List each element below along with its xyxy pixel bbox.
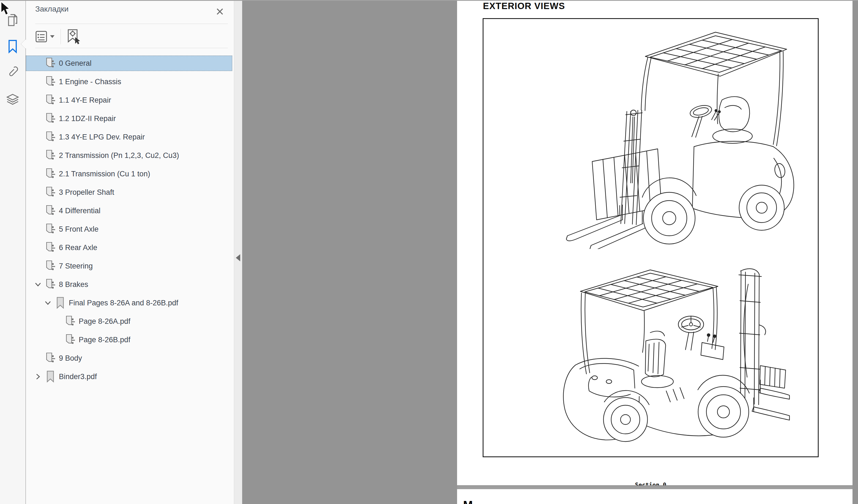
window-top-edge [0, 0, 858, 1]
bookmark-chevron-spacer [32, 148, 44, 163]
bookmark-label: 6 Rear Axle [59, 243, 97, 252]
bookmark-row[interactable]: 2.1 Transmission (Cu 1 ton) [26, 166, 232, 182]
collapse-panel-arrow-icon[interactable] [236, 254, 240, 261]
bookmark-chevron-spacer [52, 314, 63, 329]
bookmark-row[interactable]: Page 8-26B.pdf [26, 332, 232, 347]
bookmark-label: 0 General [59, 59, 92, 68]
page-bookmark-icon-slot [45, 94, 55, 107]
bookmark-label: 8 Brakes [59, 280, 88, 289]
bookmarks-panel-button[interactable] [0, 37, 25, 56]
bookmark-row[interactable]: 7 Steering [26, 258, 232, 274]
bookmark-label: 1.1 4Y-E Repair [59, 96, 111, 104]
page-bookmark-icon-slot [45, 167, 55, 180]
page-bookmark-icon-slot [65, 333, 75, 346]
page-bookmark-icon [45, 278, 55, 291]
bookmark-row[interactable]: Final Pages 8-26A and 8-26B.pdf [26, 295, 232, 311]
page-bookmark-icon-slot [45, 130, 55, 144]
page-bookmark-icon-slot [65, 315, 75, 328]
bookmark-chevron-spacer [32, 74, 44, 90]
page-bookmark-icon-slot [45, 278, 55, 291]
page-bookmark-icon [45, 112, 55, 125]
bookmark-list: 0 General1 Engine - Chassis1.1 4Y-E Repa… [26, 55, 234, 387]
bookmark-row[interactable]: 1 Engine - Chassis [26, 74, 232, 90]
bookmark-label: 9 Body [59, 354, 82, 362]
flag-bookmark-icon-slot [55, 296, 65, 309]
bookmark-row[interactable]: 3 Propeller Shaft [26, 184, 232, 200]
bookmark-label: 5 Front Axle [59, 225, 98, 233]
flag-bookmark-icon-slot [45, 370, 55, 383]
bookmark-label: 7 Steering [59, 262, 93, 271]
page-bookmark-icon [45, 259, 55, 273]
layers-panel-button[interactable] [0, 91, 25, 110]
page-bookmark-icon [45, 149, 55, 162]
close-panel-button[interactable] [215, 7, 224, 16]
chevron-down-icon[interactable] [35, 282, 41, 287]
bookmark-chevron-spacer [32, 258, 44, 274]
chevron-down-icon[interactable] [45, 300, 51, 305]
bookmark-row[interactable]: 1.1 4Y-E Repair [26, 93, 232, 108]
page-bookmark-icon [45, 57, 55, 70]
bookmark-row[interactable]: 0 General [26, 55, 232, 71]
bookmark-label: 4 Differential [59, 207, 100, 215]
flag-bookmark-icon [55, 296, 65, 309]
pdf-page-2: M [457, 489, 853, 504]
chevron-down-icon [50, 35, 54, 38]
bookmark-chevron-spacer [32, 203, 44, 218]
bookmark-row[interactable]: 1.3 4Y-E LPG Dev. Repair [26, 129, 232, 145]
bookmark-chevron-spacer [32, 55, 44, 71]
bookmark-row[interactable]: 9 Body [26, 351, 232, 366]
bookmark-row[interactable]: 6 Rear Axle [26, 240, 232, 255]
bookmark-expand-toggle[interactable] [32, 277, 44, 292]
page-bookmark-icon [45, 94, 55, 107]
page-bookmark-icon [65, 333, 75, 346]
bookmark-label: Page 8-26A.pdf [79, 317, 130, 326]
close-icon [216, 8, 224, 15]
page-bookmark-icon [65, 315, 75, 328]
bookmark-row[interactable]: 1.2 1DZ-II Repair [26, 111, 232, 126]
bookmark-chevron-spacer [32, 111, 44, 126]
page-bookmark-icon-slot [45, 241, 55, 254]
bookmark-row[interactable]: Binder3.pdf [26, 369, 232, 384]
bookmark-label: Final Pages 8-26A and 8-26B.pdf [69, 299, 178, 307]
bookmark-row[interactable]: 4 Differential [26, 203, 232, 218]
forklift-rear-quarter-view [548, 259, 790, 449]
bookmark-chevron-spacer [32, 351, 44, 366]
bookmark-chevron-spacer [32, 240, 44, 255]
page-bookmark-icon [45, 204, 55, 217]
expand-current-bookmark-button[interactable] [67, 29, 81, 44]
bookmark-row[interactable]: 5 Front Axle [26, 222, 232, 237]
bookmark-label: 2 Transmission (Pn 1,2,3, Cu2, Cu3) [59, 151, 179, 160]
document-viewer: EXTERIOR VIEWS [242, 1, 858, 504]
bookmark-row[interactable]: Page 8-26A.pdf [26, 314, 232, 329]
pdf-page-1: EXTERIOR VIEWS [457, 1, 853, 485]
paperclip-icon [6, 65, 19, 79]
bookmark-chevron-spacer [32, 93, 44, 108]
figure-frame: Section 0 [483, 18, 819, 457]
page-heading: EXTERIOR VIEWS [483, 1, 565, 11]
bookmarks-toolbar [35, 28, 81, 45]
sidebar-tool-rail [0, 1, 26, 504]
bookmark-label: 3 Propeller Shaft [59, 188, 114, 197]
toolbar-separator [61, 29, 61, 44]
bookmark-label: 1 Engine - Chassis [59, 78, 121, 86]
bookmark-expand-toggle[interactable] [32, 369, 44, 384]
bookmark-expand-toggle[interactable] [42, 295, 53, 311]
bookmark-label: 1.3 4Y-E LPG Dev. Repair [59, 133, 145, 142]
bookmark-row[interactable]: 8 Brakes [26, 277, 232, 292]
page-bookmark-icon-slot [45, 186, 55, 199]
bookmark-label: 2.1 Transmission (Cu 1 ton) [59, 170, 150, 178]
panel-splitter[interactable] [234, 1, 242, 504]
bookmarks-panel: Закладки [26, 1, 234, 504]
chevron-right-icon[interactable] [35, 373, 41, 380]
page-bookmark-icon-slot [45, 149, 55, 162]
bookmark-row[interactable]: 2 Transmission (Pn 1,2,3, Cu2, Cu3) [26, 148, 232, 163]
attachments-panel-button[interactable] [0, 62, 25, 82]
panel-title: Закладки [35, 5, 68, 14]
page-bookmark-icon [45, 130, 55, 144]
bookmark-label: 1.2 1DZ-II Repair [59, 114, 116, 123]
page-bookmark-icon-slot [45, 57, 55, 70]
bookmark-options-button[interactable] [35, 30, 54, 43]
flag-bookmark-icon [45, 370, 55, 383]
page-bookmark-icon-slot [45, 259, 55, 273]
page-bookmark-icon [45, 223, 55, 236]
